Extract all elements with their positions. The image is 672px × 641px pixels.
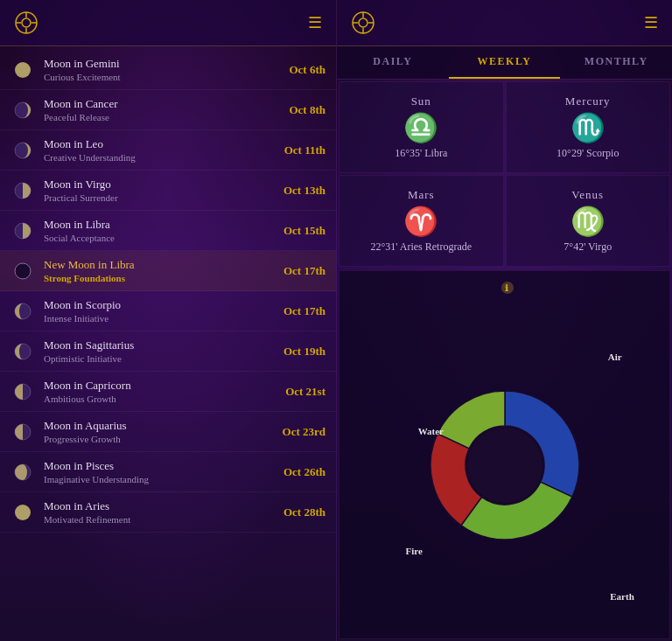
moon-phase-icon [10, 259, 35, 283]
tab-daily[interactable]: DAILY [337, 46, 449, 79]
event-subtitle: Creative Understanding [44, 152, 276, 163]
calendar-list-item[interactable]: Moon in Sagittarius Optimistic Initiativ… [0, 331, 336, 372]
event-title: Moon in Pisces [44, 459, 275, 473]
event-subtitle: Practical Surrender [44, 192, 275, 203]
calendar-list-item[interactable]: Moon in Scorpio Intense Initiative Oct 1… [0, 291, 336, 331]
event-date: Oct 13th [284, 184, 326, 198]
donut-chart [417, 378, 592, 553]
event-title: Moon in Leo [44, 137, 276, 151]
moon-phase-icon [10, 339, 35, 364]
event-subtitle: Curious Excitement [44, 72, 280, 82]
event-subtitle: Intense Initiative [44, 313, 275, 324]
event-title: Moon in Gemini [44, 57, 280, 71]
moon-phase-icon [10, 58, 35, 82]
moon-phase-icon [10, 380, 35, 404]
planet-position: 10°29' Scorpio [556, 147, 619, 160]
planet-position: 16°35' Libra [395, 147, 447, 160]
event-date: Oct 6th [289, 63, 326, 77]
themes-header: ℹ [350, 282, 659, 294]
svg-point-17 [15, 505, 31, 520]
moon-phase-icon [10, 178, 35, 203]
planet-symbol: ♎ [403, 114, 438, 142]
event-title: Moon in Cancer [44, 97, 280, 111]
event-title: Moon in Libra [44, 218, 275, 232]
air-label: Air [608, 352, 622, 362]
calendar-list-item[interactable]: Moon in Capricorn Ambitious Growth Oct 2… [0, 372, 336, 412]
event-subtitle: Social Acceptance [44, 233, 275, 243]
svg-point-11 [15, 263, 31, 279]
weekly-horoscope-panel: ☰ DAILYWEEKLYMONTHLY Sun ♎ 16°35' Libra … [336, 0, 672, 641]
earth-label: Earth [610, 591, 634, 602]
planet-cell-sun: Sun ♎ 16°35' Libra [339, 81, 504, 173]
event-date: Oct 8th [289, 103, 326, 117]
planet-symbol: ♍ [570, 207, 606, 235]
planets-grid: Sun ♎ 16°35' Libra Mercury ♏ 10°29' Scor… [337, 80, 672, 268]
hamburger-menu-icon[interactable]: ☰ [308, 13, 322, 32]
right-logo-icon[interactable] [351, 10, 375, 35]
event-subtitle: Optimistic Initiative [44, 353, 275, 364]
moon-phase-icon [10, 460, 35, 484]
planet-cell-mars: Mars ♈ 22°31' Aries Retrograde [339, 175, 504, 267]
event-date: Oct 17th [284, 304, 326, 318]
event-title: Moon in Capricorn [44, 379, 276, 393]
themes-section: ℹ Water Air Fire Earth [339, 270, 670, 639]
tab-weekly[interactable]: WEEKLY [449, 46, 561, 79]
donut-center [467, 428, 542, 503]
event-subtitle: Peaceful Release [44, 112, 280, 122]
event-date: Oct 21st [285, 385, 326, 399]
calendar-list-item[interactable]: New Moon in Libra Strong Foundations Oct… [0, 251, 336, 291]
moon-phase-icon [10, 299, 35, 324]
calendar-list-item[interactable]: Moon in Libra Social Acceptance Oct 15th [0, 211, 336, 251]
left-header: ☰ [0, 0, 336, 46]
moon-calendar-panel: ☰ Moon in Gemini Curious Excitement Oct … [0, 0, 336, 641]
logo-icon[interactable] [14, 10, 38, 35]
planet-name: Mercury [565, 94, 611, 108]
planet-position: 7°42' Virgo [564, 240, 612, 254]
planet-name: Venus [571, 188, 604, 202]
planet-name: Sun [411, 94, 431, 108]
planet-symbol: ♏ [570, 114, 606, 142]
event-title: Moon in Sagittarius [44, 338, 275, 352]
planet-cell-mercury: Mercury ♏ 10°29' Scorpio [506, 81, 671, 173]
event-date: Oct 28th [284, 505, 326, 519]
svg-point-19 [359, 18, 368, 27]
moon-phase-icon [10, 420, 35, 444]
planet-position: 22°31' Aries Retrograde [370, 240, 472, 254]
svg-point-1 [22, 18, 31, 27]
event-title: Moon in Scorpio [44, 298, 275, 312]
moon-phase-icon [10, 98, 35, 122]
event-subtitle: Strong Foundations [44, 273, 275, 283]
info-icon[interactable]: ℹ [501, 282, 514, 294]
event-date: Oct 23rd [283, 425, 326, 439]
right-hamburger-icon[interactable]: ☰ [644, 13, 658, 32]
event-date: Oct 17th [284, 264, 326, 278]
calendar-list-item[interactable]: Moon in Pisces Imaginative Understanding… [0, 452, 336, 492]
event-date: Oct 19th [284, 345, 326, 359]
calendar-list-item[interactable]: Moon in Cancer Peaceful Release Oct 8th [0, 90, 336, 130]
event-subtitle: Imaginative Understanding [44, 474, 275, 484]
right-header: ☰ [337, 0, 672, 46]
calendar-list-item[interactable]: Moon in Leo Creative Understanding Oct 1… [0, 130, 336, 171]
calendar-list-item[interactable]: Moon in Aries Motivated Refinement Oct 2… [0, 492, 336, 533]
event-date: Oct 26th [284, 465, 326, 479]
event-title: Moon in Aquarius [44, 419, 274, 433]
event-subtitle: Ambitious Growth [44, 394, 276, 404]
event-date: Oct 15th [284, 224, 326, 238]
donut-chart-container: Water Air Fire Earth [350, 303, 659, 628]
calendar-list-item[interactable]: Moon in Virgo Practical Surrender Oct 13… [0, 171, 336, 211]
moon-phase-icon [10, 500, 35, 525]
calendar-list: Moon in Gemini Curious Excitement Oct 6t… [0, 46, 336, 641]
calendar-list-item[interactable]: Moon in Aquarius Progressive Growth Oct … [0, 412, 336, 452]
calendar-list-item[interactable]: Moon in Gemini Curious Excitement Oct 6t… [0, 50, 336, 90]
svg-point-6 [15, 62, 31, 78]
event-subtitle: Progressive Growth [44, 434, 274, 444]
event-title: Moon in Aries [44, 499, 275, 513]
event-title: Moon in Virgo [44, 178, 275, 192]
event-title: New Moon in Libra [44, 258, 275, 272]
tab-monthly[interactable]: MONTHLY [560, 46, 672, 79]
planet-cell-venus: Venus ♍ 7°42' Virgo [506, 175, 671, 267]
planet-symbol: ♈ [403, 207, 438, 235]
moon-phase-icon [10, 219, 35, 243]
tabs-row: DAILYWEEKLYMONTHLY [337, 46, 672, 80]
event-subtitle: Motivated Refinement [44, 514, 275, 525]
